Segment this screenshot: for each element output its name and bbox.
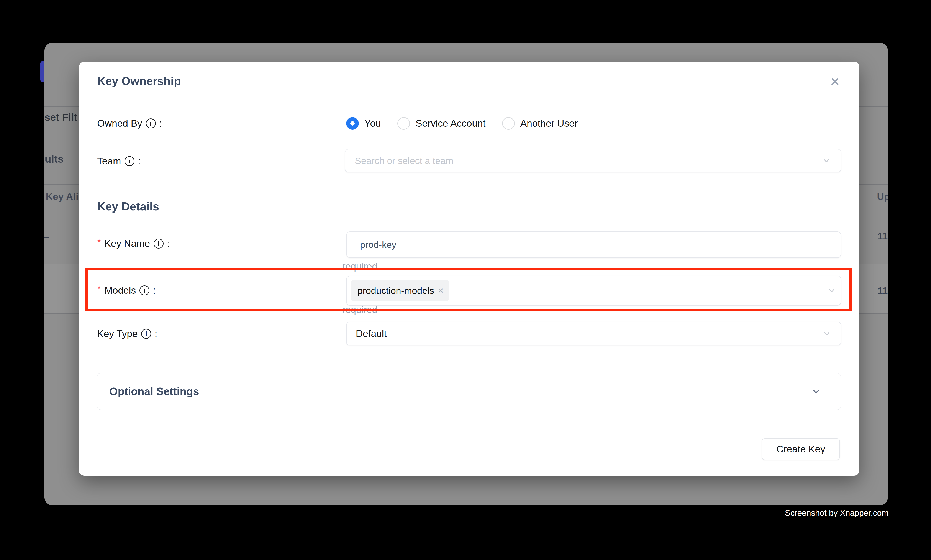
label-colon: : — [138, 155, 141, 167]
owned-by-label-text: Owned By — [97, 118, 142, 129]
owned-by-label: Owned By : — [97, 117, 162, 130]
radio-option-service-account[interactable]: Service Account — [397, 117, 486, 130]
radio-label: Service Account — [415, 118, 486, 129]
key-type-selected-value: Default — [356, 328, 822, 339]
chevron-down-icon — [810, 386, 822, 397]
required-asterisk: * — [97, 237, 101, 248]
radio-option-another-user[interactable]: Another User — [502, 117, 578, 130]
results-count-partial: sults — [45, 153, 63, 165]
selected-model-tag: production-models × — [351, 280, 449, 301]
create-key-button[interactable]: Create Key — [762, 438, 840, 460]
radio-option-you[interactable]: You — [346, 117, 381, 130]
watermark: Screenshot by Xnapper.com — [785, 508, 888, 518]
optional-settings-title: Optional Settings — [109, 385, 810, 398]
close-icon[interactable]: × — [825, 72, 845, 91]
label-colon: : — [167, 238, 170, 249]
chevron-down-icon — [822, 156, 831, 166]
radio-label: You — [365, 118, 381, 129]
optional-settings-panel[interactable]: Optional Settings — [97, 373, 841, 410]
models-label-text: Models — [105, 285, 136, 296]
key-name-label: * Key Name : — [97, 237, 169, 251]
label-colon: : — [159, 118, 162, 129]
key-type-label-text: Key Type — [97, 328, 138, 339]
team-label-text: Team — [97, 155, 121, 167]
key-name-label-text: Key Name — [105, 238, 150, 249]
section-title-key-details: Key Details — [97, 200, 159, 213]
radio-selected-icon[interactable] — [346, 117, 359, 130]
info-icon[interactable] — [141, 329, 151, 339]
team-select[interactable]: Search or select a team — [345, 149, 841, 172]
models-select[interactable]: production-models × — [346, 276, 841, 306]
key-name-input[interactable] — [346, 231, 841, 258]
remove-tag-icon[interactable]: × — [438, 286, 443, 295]
radio-label: Another User — [520, 118, 578, 129]
table-cell-date-partial: 11/ — [877, 231, 888, 242]
updated-column-header-partial: Up — [877, 191, 888, 202]
selected-model-tag-label: production-models — [357, 285, 434, 296]
info-icon[interactable] — [154, 238, 163, 249]
info-icon[interactable] — [125, 156, 134, 166]
screenshot-canvas: eset Filt sults Key Alia Up – 11/ – 11/ … — [0, 0, 931, 560]
chevron-down-icon — [822, 329, 832, 338]
info-icon[interactable] — [140, 285, 149, 295]
owned-by-radio-group: You Service Account Another User — [346, 117, 578, 130]
reset-filters-button-partial[interactable]: eset Filt — [45, 111, 77, 123]
chevron-down-icon — [827, 286, 836, 295]
key-name-validation-message: required — [342, 261, 377, 272]
table-cell-dash: – — [45, 231, 49, 242]
radio-unselected-icon[interactable] — [397, 117, 410, 130]
required-asterisk: * — [97, 283, 101, 295]
table-cell-dash: – — [45, 285, 49, 297]
team-select-placeholder: Search or select a team — [355, 155, 822, 166]
key-type-select[interactable]: Default — [346, 322, 841, 346]
create-key-modal: × Key Ownership Owned By : You Service A… — [79, 62, 859, 475]
team-label: Team : — [97, 154, 141, 168]
radio-unselected-icon[interactable] — [502, 117, 515, 130]
models-validation-message: required — [342, 304, 377, 315]
table-cell-date-partial: 11/ — [877, 285, 888, 297]
key-alias-column-header-partial: Key Alia — [46, 191, 84, 202]
info-icon[interactable] — [146, 118, 156, 128]
label-colon: : — [153, 285, 156, 296]
label-colon: : — [155, 328, 157, 339]
key-type-label: Key Type : — [97, 327, 157, 341]
models-label: * Models : — [97, 283, 155, 297]
section-title-key-ownership: Key Ownership — [97, 74, 181, 88]
